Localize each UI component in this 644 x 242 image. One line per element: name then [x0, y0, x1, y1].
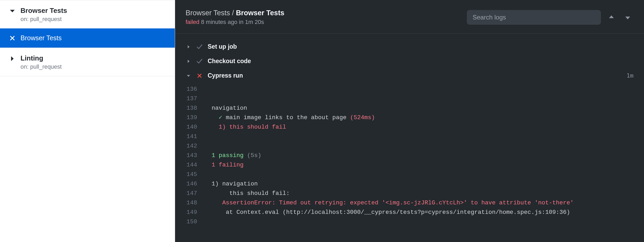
workflow-name: Browser Tests	[21, 7, 67, 15]
job-name: Browser Tests	[21, 34, 62, 42]
log-line: 146 1) navigation	[175, 179, 644, 189]
log-line: 138 navigation	[175, 103, 644, 113]
workflow-trigger: on: pull_request	[21, 63, 62, 70]
line-content: at Context.eval (http://localhost:3000/_…	[205, 208, 644, 217]
line-number: 141	[175, 132, 205, 141]
log-line: 144 1 failing	[175, 160, 644, 170]
step-cypress-run[interactable]: Cypress run 1m	[175, 68, 644, 83]
log-output[interactable]: 136137138 navigation139 ✓ main image lin…	[175, 83, 644, 226]
breadcrumb-parent: Browser Tests	[186, 9, 230, 17]
line-number: 148	[175, 198, 205, 208]
check-icon	[196, 58, 203, 64]
search-logs-input[interactable]	[467, 10, 601, 25]
workflow-trigger: on: pull_request	[21, 16, 67, 23]
line-content	[205, 84, 644, 94]
line-number: 146	[175, 179, 205, 189]
log-header: Browser Tests / Browser Tests failed 8 m…	[175, 0, 644, 34]
log-line: 149 at Context.eval (http://localhost:30…	[175, 208, 644, 217]
step-name: Checkout code	[208, 58, 629, 65]
line-number: 142	[175, 141, 205, 151]
job-browser-tests[interactable]: Browser Tests	[0, 28, 175, 48]
line-content	[205, 94, 644, 103]
line-number: 144	[175, 160, 205, 170]
log-line: 140 1) this should fail	[175, 122, 644, 132]
log-line: 142	[175, 141, 644, 151]
caret-right-icon	[186, 45, 191, 49]
step-set-up-job[interactable]: Set up job	[175, 39, 644, 54]
line-number: 150	[175, 217, 205, 226]
line-number: 140	[175, 122, 205, 132]
line-content	[205, 132, 644, 141]
chevron-right-icon	[9, 55, 16, 62]
line-content: 1) this should fail	[205, 122, 644, 132]
steps-list: Set up job Checkout code	[175, 34, 644, 242]
step-name: Cypress run	[208, 72, 622, 79]
log-line: 147 this should fail:	[175, 189, 644, 198]
line-content: 1 failing	[205, 160, 644, 170]
log-line: 148 AssertionError: Timed out retrying: …	[175, 198, 644, 208]
breadcrumb: Browser Tests / Browser Tests	[186, 9, 467, 17]
line-content	[205, 170, 644, 179]
line-content: navigation	[205, 103, 644, 113]
x-icon	[196, 73, 203, 78]
line-number: 149	[175, 208, 205, 217]
line-number: 138	[175, 103, 205, 113]
workflow-group: Linting on: pull_request	[0, 48, 175, 76]
chevron-down-icon	[9, 8, 16, 14]
log-line: 136	[175, 84, 644, 94]
caret-right-icon	[186, 59, 191, 63]
line-content: 1 passing (5s)	[205, 151, 644, 160]
line-number: 145	[175, 170, 205, 179]
workflow-sidebar: Browser Tests on: pull_request Browser T…	[0, 0, 175, 242]
log-panel: Browser Tests / Browser Tests failed 8 m…	[175, 0, 644, 242]
line-content	[205, 217, 644, 226]
line-content: 1) navigation	[205, 179, 644, 189]
workflow-group: Browser Tests on: pull_request Browser T…	[0, 0, 175, 48]
next-match-button[interactable]	[622, 12, 633, 23]
check-icon	[196, 44, 203, 50]
log-line: 150	[175, 217, 644, 226]
step-checkout-code[interactable]: Checkout code	[175, 54, 644, 68]
line-number: 136	[175, 84, 205, 94]
x-icon	[9, 35, 16, 42]
run-status-line: failed 8 minutes ago in 1m 20s	[186, 19, 467, 26]
workflow-header-linting[interactable]: Linting on: pull_request	[0, 48, 175, 76]
workflow-header-browser-tests[interactable]: Browser Tests on: pull_request	[0, 0, 175, 28]
log-line: 141	[175, 132, 644, 141]
workflow-name: Linting	[21, 54, 62, 62]
log-line: 145	[175, 170, 644, 179]
log-line: 137	[175, 94, 644, 103]
line-number: 147	[175, 189, 205, 198]
line-content: ✓ main image links to the about page (52…	[205, 113, 644, 122]
step-name: Set up job	[208, 43, 629, 50]
line-number: 143	[175, 151, 205, 160]
line-content	[205, 141, 644, 151]
prev-match-button[interactable]	[606, 12, 617, 23]
line-content: this should fail:	[205, 189, 644, 198]
line-number: 139	[175, 113, 205, 122]
log-line: 143 1 passing (5s)	[175, 151, 644, 160]
breadcrumb-current: Browser Tests	[236, 9, 284, 17]
log-line: 139 ✓ main image links to the about page…	[175, 113, 644, 122]
line-content: AssertionError: Timed out retrying: expe…	[205, 198, 644, 208]
step-duration: 1m	[627, 72, 634, 79]
caret-down-icon	[186, 74, 191, 78]
line-number: 137	[175, 94, 205, 103]
